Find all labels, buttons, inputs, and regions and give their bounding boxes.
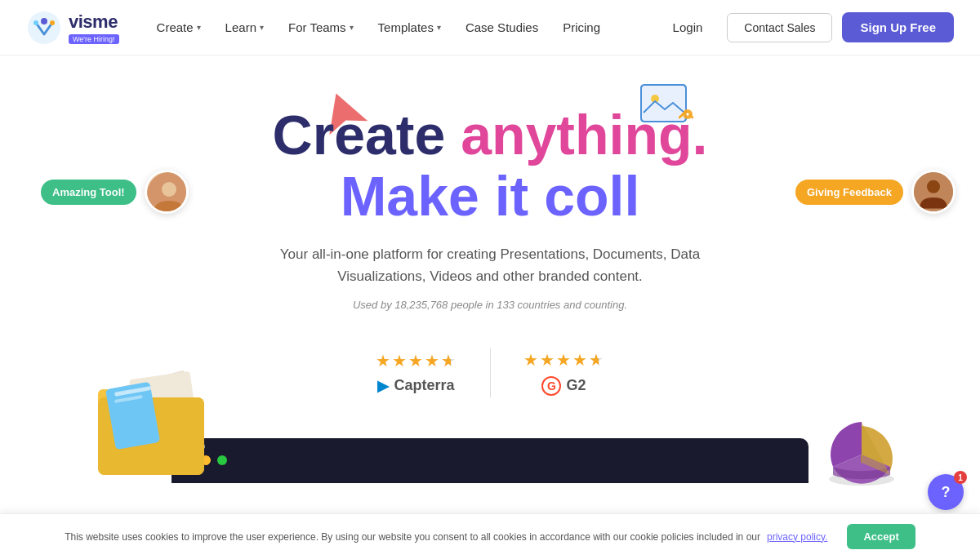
navbar: visme We're Hiring! Create ▾ Learn ▾ For…	[0, 0, 980, 55]
g2-logo: G G2	[541, 376, 586, 396]
svg-point-1	[41, 18, 47, 24]
logo[interactable]: visme We're Hiring!	[26, 10, 119, 46]
pie-chart-decoration	[808, 402, 915, 491]
capterra-rating: ★★★★★★ ▶ Capterra	[343, 341, 490, 405]
nav-left: visme We're Hiring! Create ▾ Learn ▾ For…	[26, 10, 612, 46]
g2-rating: ★★★★★★ G G2	[491, 340, 638, 406]
chevron-down-icon: ▾	[350, 23, 354, 32]
logo-hiring-badge: We're Hiring!	[69, 34, 119, 44]
capterra-icon: ▶	[377, 377, 389, 395]
svg-point-0	[28, 11, 60, 44]
chevron-down-icon: ▾	[437, 23, 441, 32]
logo-text: visme We're Hiring!	[69, 11, 119, 44]
hero-title: Create anything. Make it coll	[16, 104, 964, 227]
nav-case-studies[interactable]: Case Studies	[454, 14, 550, 41]
hero-stats: Used by 18,235,768 people in 133 countri…	[16, 299, 964, 311]
visme-logo-icon	[26, 10, 62, 46]
help-badge: 1	[954, 471, 967, 484]
cookie-banner: This website uses cookies to improve the…	[0, 513, 980, 516]
hero-section: Amazing Tool! Giving Feedback Create any…	[0, 55, 980, 516]
capterra-stars: ★★★★★★	[376, 351, 457, 370]
nav-for-teams[interactable]: For Teams ▾	[277, 14, 365, 41]
login-button[interactable]: Login	[658, 14, 718, 41]
hero-title-line2: Make it coll	[16, 166, 964, 227]
folder-decoration	[82, 353, 245, 483]
nav-templates[interactable]: Templates ▾	[367, 14, 452, 41]
nav-learn[interactable]: Learn ▾	[214, 14, 275, 41]
hero-title-line1: Create anything.	[16, 104, 964, 166]
nav-links: Create ▾ Learn ▾ For Teams ▾ Templates ▾…	[145, 14, 612, 41]
capterra-logo: ▶ Capterra	[377, 377, 454, 395]
logo-name: visme	[69, 11, 119, 33]
svg-point-2	[33, 20, 38, 25]
g2-icon: G	[541, 376, 561, 396]
preview-bar	[172, 438, 808, 483]
signup-button[interactable]: Sign Up Free	[842, 12, 954, 42]
help-label: ?	[942, 484, 951, 501]
g2-stars: ★★★★★★	[523, 350, 605, 370]
nav-pricing[interactable]: Pricing	[551, 14, 612, 41]
hero-subtitle: Your all-in-one platform for creating Pr…	[278, 243, 702, 287]
chevron-down-icon: ▾	[260, 23, 264, 32]
svg-point-3	[50, 20, 55, 25]
nav-right: Login Contact Sales Sign Up Free	[658, 12, 954, 42]
nav-create[interactable]: Create ▾	[145, 14, 212, 41]
help-button[interactable]: ? 1	[928, 474, 964, 510]
contact-sales-button[interactable]: Contact Sales	[727, 13, 832, 42]
chevron-down-icon: ▾	[197, 23, 201, 32]
